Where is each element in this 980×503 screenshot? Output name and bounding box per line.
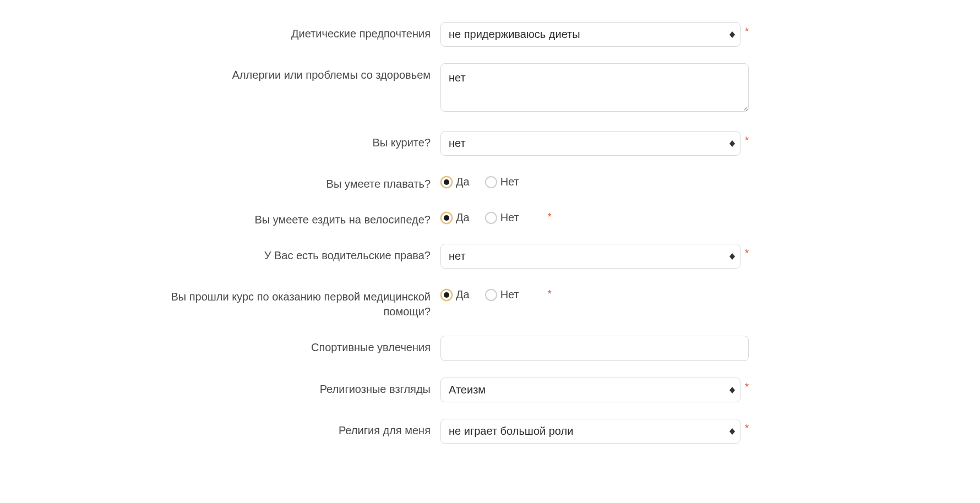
label-swim: Вы умеете плавать?: [132, 172, 440, 192]
radio-swim-no-label: Нет: [500, 176, 519, 188]
row-driver-license: У Вас есть водительские права? нет *: [132, 244, 848, 269]
radio-group-first-aid: Да Нет *: [440, 285, 749, 301]
radio-swim-yes-label: Да: [456, 176, 470, 188]
input-col-driver-license: нет *: [440, 244, 749, 269]
label-bike: Вы умеете ездить на велосипеде?: [132, 208, 440, 227]
radio-icon: [485, 212, 497, 224]
select-driver-license-value: нет: [440, 244, 741, 269]
row-diet: Диетические предпочтения не придерживаюс…: [132, 22, 848, 47]
select-smoke[interactable]: нет: [440, 131, 741, 156]
select-religion-importance[interactable]: не играет большой роли: [440, 419, 741, 444]
label-first-aid: Вы прошли курс по оказанию первой медици…: [132, 285, 440, 319]
radio-first-aid-yes[interactable]: Да: [440, 288, 470, 301]
row-sports: Спортивные увлечения: [132, 336, 848, 361]
label-religion: Религиозные взгляды: [132, 378, 440, 397]
radio-first-aid-no-label: Нет: [500, 288, 519, 301]
input-col-bike: Да Нет *: [440, 208, 749, 224]
radio-icon: [440, 212, 453, 224]
row-religion: Религиозные взгляды Атеизм *: [132, 378, 848, 402]
row-smoke: Вы курите? нет *: [132, 131, 848, 156]
select-religion-importance-value: не играет большой роли: [440, 419, 741, 444]
row-religion-importance: Религия для меня не играет большой роли …: [132, 419, 848, 444]
required-bike: *: [548, 211, 552, 223]
input-col-first-aid: Да Нет *: [440, 285, 749, 301]
radio-group-swim: Да Нет: [440, 172, 749, 188]
row-first-aid: Вы прошли курс по оказанию первой медици…: [132, 285, 848, 319]
select-driver-license[interactable]: нет: [440, 244, 741, 269]
input-col-religion-importance: не играет большой роли *: [440, 419, 749, 444]
radio-bike-no-label: Нет: [500, 211, 519, 224]
input-col-smoke: нет *: [440, 131, 749, 156]
row-bike: Вы умеете ездить на велосипеде? Да Нет *: [132, 208, 848, 227]
radio-group-bike: Да Нет *: [440, 208, 749, 224]
select-religion-value: Атеизм: [440, 378, 741, 402]
label-diet: Диетические предпочтения: [132, 22, 440, 41]
required-first-aid: *: [548, 288, 552, 300]
row-allergies: Аллергии или проблемы со здоровьем: [132, 63, 848, 114]
radio-swim-yes[interactable]: Да: [440, 176, 470, 188]
radio-first-aid-no[interactable]: Нет: [485, 288, 519, 301]
control-sports: [440, 336, 749, 361]
input-col-sports: [440, 336, 749, 361]
label-allergies: Аллергии или проблемы со здоровьем: [132, 63, 440, 83]
radio-icon: [485, 176, 497, 188]
radio-bike-yes[interactable]: Да: [440, 211, 470, 224]
required-smoke: *: [745, 131, 749, 145]
input-col-swim: Да Нет: [440, 172, 749, 188]
select-diet-value: не придерживаюсь диеты: [440, 22, 741, 47]
required-religion-importance: *: [745, 419, 749, 433]
radio-icon: [440, 176, 453, 188]
radio-icon: [485, 289, 497, 301]
required-driver-license: *: [745, 244, 749, 258]
required-diet: *: [745, 22, 749, 36]
label-driver-license: У Вас есть водительские права?: [132, 244, 440, 263]
radio-icon: [440, 289, 453, 301]
radio-first-aid-yes-label: Да: [456, 288, 470, 301]
required-religion: *: [745, 378, 749, 392]
select-religion[interactable]: Атеизм: [440, 378, 741, 402]
control-allergies: [440, 63, 749, 114]
radio-swim-no[interactable]: Нет: [485, 176, 519, 188]
textarea-allergies[interactable]: [440, 63, 749, 112]
radio-bike-yes-label: Да: [456, 211, 470, 224]
input-col-religion: Атеизм *: [440, 378, 749, 402]
input-sports[interactable]: [440, 336, 749, 361]
radio-bike-no[interactable]: Нет: [485, 211, 519, 224]
input-col-allergies: [440, 63, 749, 114]
row-swim: Вы умеете плавать? Да Нет: [132, 172, 848, 192]
label-smoke: Вы курите?: [132, 131, 440, 150]
select-diet[interactable]: не придерживаюсь диеты: [440, 22, 741, 47]
select-smoke-value: нет: [440, 131, 741, 156]
input-col-diet: не придерживаюсь диеты *: [440, 22, 749, 47]
label-religion-importance: Религия для меня: [132, 419, 440, 438]
label-sports: Спортивные увлечения: [132, 336, 440, 355]
profile-form: Диетические предпочтения не придерживаюс…: [132, 0, 848, 444]
